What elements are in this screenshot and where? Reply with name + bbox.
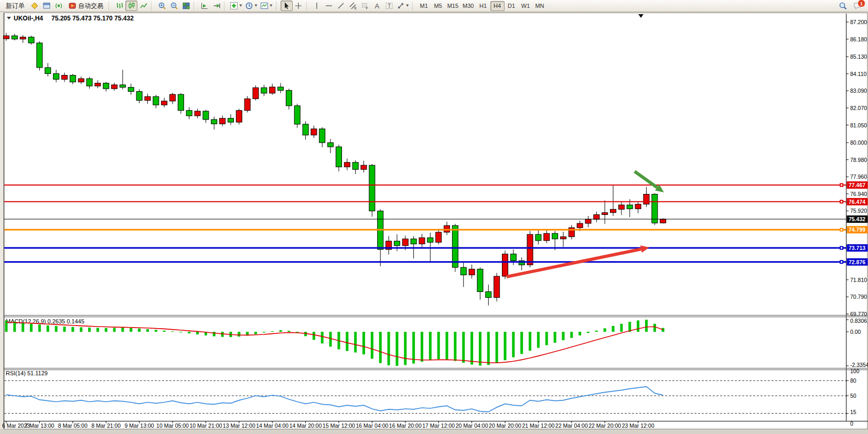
macd-histogram-bar bbox=[130, 328, 132, 332]
timeframe-d1[interactable]: D1 bbox=[505, 1, 519, 11]
text-button[interactable]: A bbox=[371, 1, 383, 11]
time-axis-label: 22 Mar 20:00 bbox=[588, 422, 621, 429]
zoom-out-button[interactable] bbox=[168, 1, 180, 11]
vertical-line-button[interactable] bbox=[311, 1, 323, 11]
candlestick-chart-button[interactable] bbox=[125, 1, 137, 11]
zoom-in-button[interactable] bbox=[156, 1, 168, 11]
time-axis-label: 10 Mar 05:00 bbox=[156, 422, 189, 429]
templates-button[interactable]: ▼ bbox=[259, 1, 274, 11]
timeframe-m1[interactable]: M1 bbox=[417, 1, 431, 11]
macd-histogram-bar bbox=[412, 332, 415, 364]
candle-bullish bbox=[644, 194, 649, 204]
price-axis-label: 71.810 bbox=[850, 277, 867, 283]
candle-bearish bbox=[70, 75, 76, 82]
macd-histogram-bar bbox=[47, 326, 49, 332]
price-axis-label: 78.980 bbox=[850, 157, 867, 163]
macd-histogram-bar bbox=[395, 332, 398, 366]
signal-button[interactable] bbox=[52, 1, 65, 11]
hline-anchor-center bbox=[841, 201, 842, 202]
periods-button[interactable]: ▼ bbox=[244, 1, 259, 11]
price-tag-text: 74.799 bbox=[849, 226, 865, 233]
timeframe-m30[interactable]: M30 bbox=[460, 1, 476, 11]
hline-anchor-center bbox=[841, 185, 842, 186]
toolbar-separator bbox=[109, 2, 111, 10]
candle-bullish bbox=[635, 204, 641, 209]
macd-histogram-bar bbox=[437, 332, 440, 359]
timeframe-h1[interactable]: H1 bbox=[476, 1, 490, 11]
macd-histogram-bar bbox=[80, 327, 82, 332]
horizontal-line-button[interactable] bbox=[323, 1, 335, 11]
macd-histogram-bar bbox=[121, 328, 124, 332]
chart-window-button[interactable] bbox=[40, 1, 52, 11]
fibonacci-button[interactable]: F bbox=[359, 1, 371, 11]
candle-bullish bbox=[270, 87, 275, 93]
candle-bullish bbox=[112, 85, 117, 89]
candle-bearish bbox=[286, 90, 292, 105]
candle-bearish bbox=[535, 234, 541, 241]
time-axis-label: 23 Mar 12:00 bbox=[622, 422, 655, 429]
candle-bullish bbox=[494, 276, 500, 298]
rsi-axis-label: 50 bbox=[850, 393, 856, 399]
timeframe-m15[interactable]: M15 bbox=[445, 1, 460, 11]
macd-histogram-bar bbox=[545, 332, 548, 345]
new-order-button[interactable]: 新订单 bbox=[2, 1, 28, 11]
search-button[interactable] bbox=[837, 1, 849, 11]
chart-quote: 75.205 75.473 75.170 75.432 bbox=[51, 15, 134, 22]
time-axis-label: 16 Mar 20:00 bbox=[389, 422, 422, 429]
bar-chart-button[interactable] bbox=[113, 1, 125, 11]
timeframe-mn[interactable]: MN bbox=[533, 1, 547, 11]
macd-histogram-bar bbox=[512, 332, 515, 357]
price-axis-label: 85.130 bbox=[850, 53, 867, 60]
candle-bearish bbox=[103, 83, 109, 89]
status-strip bbox=[0, 429, 868, 434]
candle-bearish bbox=[294, 106, 300, 124]
candle-bearish bbox=[369, 165, 375, 211]
arrows-shapes-button[interactable]: ▼ bbox=[395, 1, 411, 11]
text-label-button[interactable]: T bbox=[383, 1, 395, 11]
macd-histogram-bar bbox=[470, 332, 473, 365]
timeframe-h4[interactable]: H4 bbox=[490, 1, 505, 11]
cursor-button[interactable] bbox=[281, 1, 293, 11]
macd-histogram-bar bbox=[346, 332, 348, 351]
macd-histogram-bar bbox=[38, 324, 41, 332]
order-tag-button[interactable] bbox=[28, 1, 40, 11]
timeframe-w1[interactable]: W1 bbox=[519, 1, 533, 11]
timeframe-m5[interactable]: M5 bbox=[431, 1, 445, 11]
autotrade-button[interactable]: 自动交易 bbox=[65, 1, 107, 11]
candle-bullish bbox=[311, 129, 317, 135]
rsi-label: RSI(14) 51.1129 bbox=[6, 370, 48, 376]
candle-bullish bbox=[544, 233, 550, 241]
chat-badge: 1 bbox=[858, 0, 865, 7]
candle-bearish bbox=[28, 37, 34, 43]
macd-histogram-bar bbox=[238, 332, 240, 337]
macd-histogram-bar bbox=[196, 332, 199, 334]
indicators-add-button[interactable]: ▼ bbox=[229, 1, 244, 11]
equidistant-channel-icon: E bbox=[349, 2, 357, 10]
tile-windows-button[interactable] bbox=[180, 1, 192, 11]
time-axis-label: 15 Mar 12:00 bbox=[323, 422, 355, 429]
candle-bullish bbox=[4, 36, 9, 39]
candle-bearish bbox=[460, 267, 466, 275]
line-chart-button[interactable] bbox=[137, 1, 149, 11]
macd-axis-label: 0.8306 bbox=[850, 318, 867, 324]
time-axis-label: 8 Mar 05:00 bbox=[58, 422, 88, 429]
price-chart[interactable]: UKOil-,H475.205 75.473 75.170 75.43287.2… bbox=[0, 0, 868, 434]
candle-bullish bbox=[419, 238, 425, 244]
chart-shift-button[interactable] bbox=[210, 1, 222, 11]
candle-bullish bbox=[585, 219, 591, 223]
candle-bearish bbox=[178, 94, 184, 111]
toolbar-separator bbox=[194, 2, 196, 10]
auto-scroll-button[interactable] bbox=[198, 1, 210, 11]
candle-bearish bbox=[87, 79, 92, 86]
macd-histogram-bar bbox=[504, 332, 507, 360]
candle-bullish bbox=[577, 223, 583, 227]
candle-bullish bbox=[436, 232, 442, 242]
equidistant-channel-button[interactable]: E bbox=[347, 1, 359, 11]
chat-button[interactable]: 1 bbox=[852, 1, 864, 11]
horizontal-line-icon bbox=[325, 2, 333, 10]
hline-anchor-center bbox=[841, 229, 842, 231]
line-chart-icon bbox=[140, 2, 148, 10]
macd-histogram-bar bbox=[287, 331, 290, 332]
crosshair-button[interactable] bbox=[293, 1, 305, 11]
trendline-button[interactable] bbox=[335, 1, 347, 11]
